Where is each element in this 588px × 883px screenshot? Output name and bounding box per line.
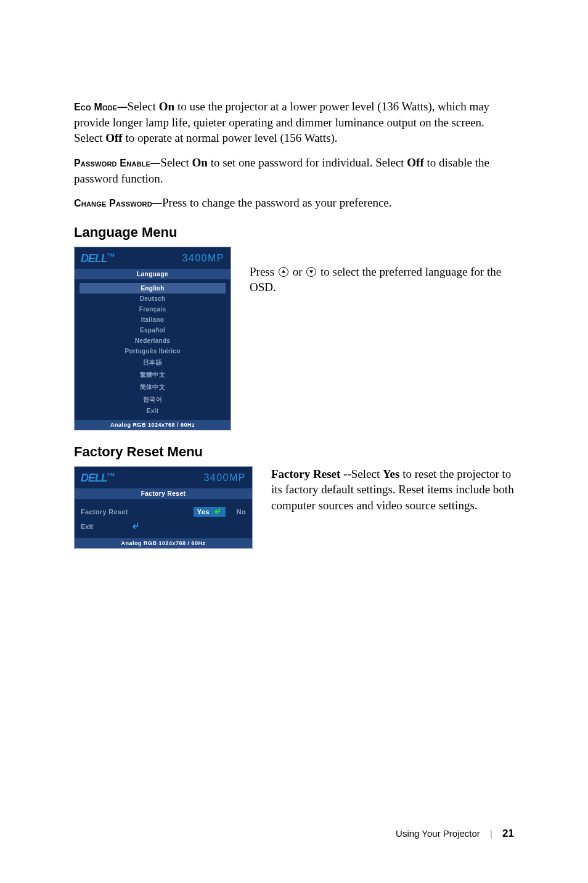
enter-icon bbox=[212, 508, 221, 515]
language-option: Français bbox=[80, 304, 226, 314]
language-menu-title: Language bbox=[75, 269, 231, 279]
factory-reset-no: No bbox=[237, 508, 246, 515]
language-option: Español bbox=[80, 325, 226, 335]
dell-tm: TM bbox=[107, 472, 115, 477]
factory-reset-option-row: Factory Reset Yes No bbox=[80, 504, 247, 520]
language-menu-row: DELLTM 3400MP Language EnglishDeutschFra… bbox=[74, 247, 514, 430]
password-enable-paragraph: Password Enable—Select On to set one pas… bbox=[74, 155, 514, 186]
eco-mode-off: Off bbox=[105, 131, 122, 144]
factory-menu-header: DELLTM 3400MP bbox=[75, 467, 252, 488]
factory-reset-label: Factory Reset bbox=[81, 508, 128, 515]
footer-section: Using Your Projector bbox=[396, 828, 480, 839]
pw-enable-text-1: Select bbox=[160, 156, 192, 169]
language-option: Exit bbox=[80, 406, 226, 416]
factory-menu-title: Factory Reset bbox=[75, 488, 252, 499]
dell-logo-text: DELL bbox=[81, 252, 107, 265]
pw-enable-text-2: to set one password for individual. Sele… bbox=[208, 156, 407, 169]
chg-pw-head: Change Password— bbox=[74, 198, 162, 208]
up-arrow-icon bbox=[279, 267, 288, 277]
fr-desc-pre: Select bbox=[351, 467, 383, 480]
factory-reset-panel: DELLTM 3400MP Factory Reset Factory Rese… bbox=[74, 466, 253, 549]
model-label: 3400MP bbox=[182, 253, 224, 264]
language-option: Italiano bbox=[80, 314, 226, 325]
pw-enable-off: Off bbox=[407, 156, 423, 169]
chg-pw-text: Press to change the password as your pre… bbox=[162, 196, 391, 209]
language-menu-items: EnglishDeutschFrançaisItalianoEspañolNed… bbox=[75, 279, 231, 420]
fr-desc-head: Factory Reset -- bbox=[271, 467, 351, 480]
change-password-paragraph: Change Password—Press to change the pass… bbox=[74, 195, 514, 211]
language-menu-header: DELLTM 3400MP bbox=[75, 247, 231, 269]
dell-logo: DELLTM bbox=[81, 252, 115, 265]
pw-enable-head: Password Enable— bbox=[74, 158, 160, 168]
dell-logo: DELLTM bbox=[81, 472, 115, 485]
eco-mode-text-1: Select bbox=[128, 100, 159, 113]
language-option: Deutsch bbox=[80, 294, 226, 304]
lang-desc-mid: or bbox=[290, 265, 305, 278]
factory-menu-status: Analog RGB 1024x768 / 60Hz bbox=[75, 538, 252, 548]
language-option: 简体中文 bbox=[80, 381, 226, 393]
eco-mode-paragraph: Eco Mode—Select On to use the projector … bbox=[74, 99, 514, 146]
fr-desc-yes: Yes bbox=[383, 467, 399, 480]
language-option: 日本語 bbox=[80, 356, 226, 369]
language-menu-status: Analog RGB 1024x768 / 60Hz bbox=[75, 420, 231, 430]
eco-mode-on: On bbox=[159, 100, 174, 113]
factory-reset-heading: Factory Reset Menu bbox=[74, 444, 514, 460]
factory-reset-row: DELLTM 3400MP Factory Reset Factory Rese… bbox=[74, 466, 514, 549]
eco-mode-text-3: to operate at normal power level (156 Wa… bbox=[123, 131, 338, 144]
down-arrow-icon bbox=[306, 267, 316, 277]
model-label: 3400MP bbox=[203, 472, 246, 483]
exit-label: Exit bbox=[81, 523, 93, 530]
language-menu-panel: DELLTM 3400MP Language EnglishDeutschFra… bbox=[74, 247, 231, 430]
language-option: Português Ibérico bbox=[80, 346, 226, 356]
factory-menu-body: Factory Reset Yes No Exit bbox=[75, 499, 252, 538]
language-option: English bbox=[80, 283, 226, 294]
page-footer: Using Your Projector | 21 bbox=[396, 828, 514, 840]
footer-divider: | bbox=[490, 828, 492, 839]
factory-reset-desc: Factory Reset --Select Yes to reset the … bbox=[271, 466, 514, 549]
factory-reset-yes: Yes bbox=[194, 507, 226, 517]
eco-mode-head: Eco Mode— bbox=[74, 102, 128, 112]
factory-exit-row: Exit bbox=[80, 520, 247, 533]
yes-label: Yes bbox=[197, 508, 210, 515]
language-menu-heading: Language Menu bbox=[74, 224, 514, 240]
lang-desc-pre: Press bbox=[250, 265, 277, 278]
pw-enable-on: On bbox=[192, 156, 208, 169]
enter-icon bbox=[130, 523, 139, 530]
language-option: 繁體中文 bbox=[80, 369, 226, 381]
language-option: 한국어 bbox=[80, 393, 226, 406]
footer-page-number: 21 bbox=[502, 828, 514, 839]
language-menu-desc: Press or to select the preferred languag… bbox=[250, 247, 514, 430]
language-option: Nederlands bbox=[80, 335, 226, 346]
dell-tm: TM bbox=[107, 252, 115, 258]
dell-logo-text: DELL bbox=[81, 472, 107, 484]
